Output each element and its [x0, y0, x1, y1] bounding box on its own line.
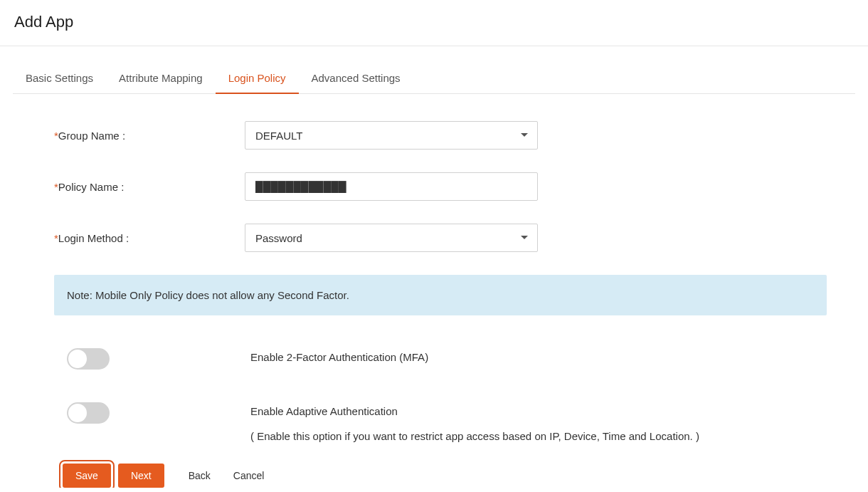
- policy-name-row: *Policy Name :: [54, 172, 855, 201]
- tab-login-policy[interactable]: Login Policy: [216, 63, 299, 94]
- tab-basic-settings[interactable]: Basic Settings: [13, 63, 106, 94]
- tab-advanced-settings[interactable]: Advanced Settings: [299, 63, 413, 94]
- policy-name-label-text: Policy Name :: [58, 181, 125, 193]
- login-method-label-text: Login Method :: [58, 232, 129, 244]
- button-row: Save Next Back Cancel: [54, 464, 855, 488]
- policy-name-label: *Policy Name :: [54, 181, 245, 193]
- policy-name-input[interactable]: [245, 172, 538, 201]
- page-title: Add App: [14, 13, 854, 31]
- mfa-toggle-label: Enable 2-Factor Authentication (MFA): [250, 351, 428, 363]
- group-name-row: *Group Name : DEFAULT: [54, 121, 855, 150]
- cancel-button[interactable]: Cancel: [222, 464, 276, 488]
- group-name-select[interactable]: DEFAULT: [245, 121, 538, 150]
- content-wrapper: Basic Settings Attribute Mapping Login P…: [0, 63, 868, 488]
- adaptive-toggle-row: Enable Adaptive Authentication ( Enable …: [54, 402, 855, 442]
- mfa-toggle-knob: [68, 350, 87, 368]
- tab-attribute-mapping[interactable]: Attribute Mapping: [106, 63, 216, 94]
- form-area: *Group Name : DEFAULT *Policy Name : *Lo…: [13, 94, 855, 488]
- adaptive-toggle-label-wrap: Enable Adaptive Authentication ( Enable …: [250, 402, 699, 442]
- adaptive-toggle-knob: [68, 404, 87, 422]
- mfa-toggle-label-wrap: Enable 2-Factor Authentication (MFA): [250, 348, 428, 363]
- adaptive-toggle-sublabel: ( Enable this option if you want to rest…: [250, 430, 699, 442]
- back-button[interactable]: Back: [177, 464, 222, 488]
- mfa-toggle[interactable]: [67, 348, 110, 370]
- save-button[interactable]: Save: [63, 464, 111, 488]
- login-method-label: *Login Method :: [54, 232, 245, 244]
- adaptive-toggle-label: Enable Adaptive Authentication: [250, 405, 699, 417]
- group-name-label: *Group Name :: [54, 130, 245, 142]
- page-header: Add App: [0, 0, 868, 46]
- login-method-row: *Login Method : Password: [54, 224, 855, 252]
- mfa-toggle-row: Enable 2-Factor Authentication (MFA): [54, 348, 855, 370]
- login-method-select[interactable]: Password: [245, 224, 538, 252]
- next-button[interactable]: Next: [118, 464, 164, 488]
- note-box: Note: Mobile Only Policy does not allow …: [54, 275, 827, 315]
- adaptive-toggle[interactable]: [67, 402, 110, 424]
- group-name-label-text: Group Name :: [58, 130, 125, 142]
- tab-bar: Basic Settings Attribute Mapping Login P…: [13, 63, 855, 94]
